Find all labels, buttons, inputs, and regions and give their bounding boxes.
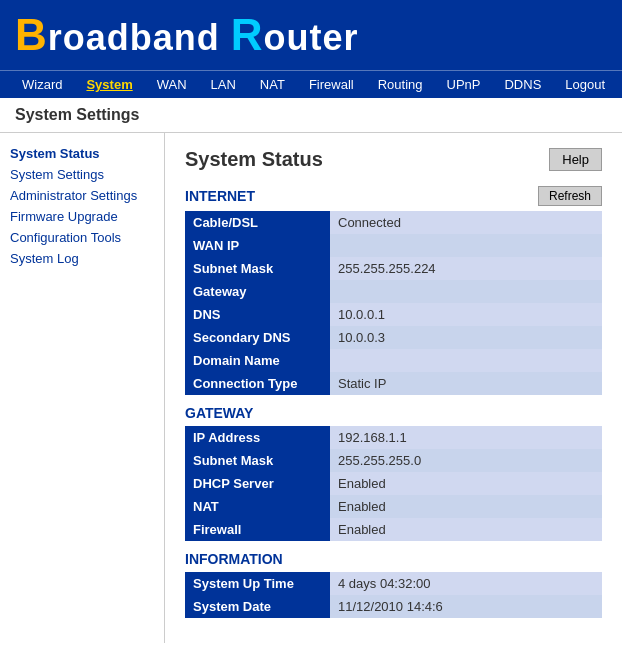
r-letter: R [231,10,264,59]
table-row: NAT Enabled [185,495,602,518]
secondary-dns-value: 10.0.0.3 [330,326,602,349]
internet-label: INTERNET [185,188,255,204]
dns-value: 10.0.0.1 [330,303,602,326]
domain-name-value [330,349,602,372]
internet-section-header: INTERNET Refresh [185,186,602,206]
refresh-button[interactable]: Refresh [538,186,602,206]
nav-system[interactable]: System [74,71,144,98]
title-suffix: outer [264,17,359,58]
table-row: WAN IP [185,234,602,257]
sidebar: System Status System Settings Administra… [0,133,165,643]
connection-type-label: Connection Type [185,372,330,395]
connection-type-value: Static IP [330,372,602,395]
gateway-label: Gateway [185,280,330,303]
secondary-dns-label: Secondary DNS [185,326,330,349]
cable-dsl-value: Connected [330,211,602,234]
sysdate-label: System Date [185,595,330,618]
table-row: Cable/DSL Connected [185,211,602,234]
sysdate-value: 11/12/2010 14:4:6 [330,595,602,618]
table-row: Secondary DNS 10.0.0.3 [185,326,602,349]
table-row: IP Address 192.168.1.1 [185,426,602,449]
table-row: Gateway [185,280,602,303]
nav-logout[interactable]: Logout [553,71,617,98]
dhcp-label: DHCP Server [185,472,330,495]
nav-routing[interactable]: Routing [366,71,435,98]
nav-ddns[interactable]: DDNS [492,71,553,98]
gw-ip-label: IP Address [185,426,330,449]
subnet-mask-value: 255.255.255.224 [330,257,602,280]
dhcp-value: Enabled [330,472,602,495]
wan-ip-value [330,234,602,257]
title-prefix: roadband [48,17,231,58]
information-label: INFORMATION [185,551,283,567]
gateway-value [330,280,602,303]
b-letter: B [15,10,48,59]
table-row: Firewall Enabled [185,518,602,541]
content-header: System Status Help [185,148,602,171]
firewall-label: Firewall [185,518,330,541]
sidebar-item-system-settings[interactable]: System Settings [10,164,154,185]
sidebar-item-firmware-upgrade[interactable]: Firmware Upgrade [10,206,154,227]
nat-value: Enabled [330,495,602,518]
navbar: Wizard System WAN LAN NAT Firewall Routi… [0,70,622,98]
nav-wan[interactable]: WAN [145,71,199,98]
gw-ip-value: 192.168.1.1 [330,426,602,449]
content-area: System Status Help INTERNET Refresh Cabl… [165,133,622,643]
page-title: System Settings [0,98,622,133]
subnet-mask-label: Subnet Mask [185,257,330,280]
help-button[interactable]: Help [549,148,602,171]
nat-label: NAT [185,495,330,518]
sidebar-item-system-log[interactable]: System Log [10,248,154,269]
gw-subnet-label: Subnet Mask [185,449,330,472]
main-layout: System Status System Settings Administra… [0,133,622,643]
content-title: System Status [185,148,323,171]
sidebar-item-admin-settings[interactable]: Administrator Settings [10,185,154,206]
sidebar-item-config-tools[interactable]: Configuration Tools [10,227,154,248]
nav-wizard[interactable]: Wizard [10,71,74,98]
cable-dsl-label: Cable/DSL [185,211,330,234]
uptime-value: 4 days 04:32:00 [330,572,602,595]
table-row: Domain Name [185,349,602,372]
nav-lan[interactable]: LAN [199,71,248,98]
uptime-label: System Up Time [185,572,330,595]
table-row: DNS 10.0.0.1 [185,303,602,326]
domain-name-label: Domain Name [185,349,330,372]
wan-ip-label: WAN IP [185,234,330,257]
table-row: System Up Time 4 days 04:32:00 [185,572,602,595]
dns-label: DNS [185,303,330,326]
table-row: Subnet Mask 255.255.255.224 [185,257,602,280]
logo: Broadband Router [15,10,359,60]
nav-upnp[interactable]: UPnP [435,71,493,98]
gw-subnet-value: 255.255.255.0 [330,449,602,472]
internet-table: Cable/DSL Connected WAN IP Subnet Mask 2… [185,211,602,395]
table-row: Connection Type Static IP [185,372,602,395]
gateway-table: IP Address 192.168.1.1 Subnet Mask 255.2… [185,426,602,541]
table-row: System Date 11/12/2010 14:4:6 [185,595,602,618]
gateway-section-header: GATEWAY [185,405,602,421]
gateway-label: GATEWAY [185,405,253,421]
information-table: System Up Time 4 days 04:32:00 System Da… [185,572,602,618]
nav-firewall[interactable]: Firewall [297,71,366,98]
table-row: DHCP Server Enabled [185,472,602,495]
sidebar-item-system-status[interactable]: System Status [10,143,154,164]
information-section-header: INFORMATION [185,551,602,567]
header: Broadband Router [0,0,622,70]
firewall-value: Enabled [330,518,602,541]
nav-nat[interactable]: NAT [248,71,297,98]
table-row: Subnet Mask 255.255.255.0 [185,449,602,472]
